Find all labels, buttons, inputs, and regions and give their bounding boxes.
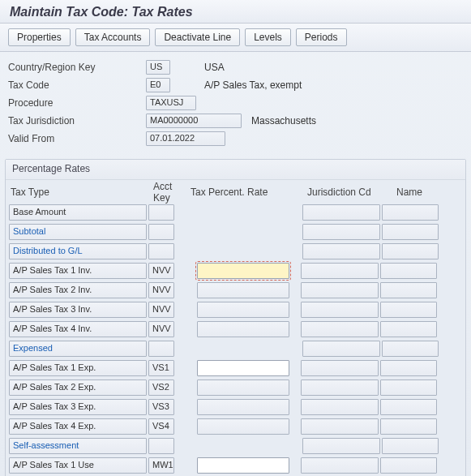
taxjur-label: Tax Jurisdiction bbox=[8, 115, 146, 127]
levels-button[interactable]: Levels bbox=[245, 28, 291, 46]
col-name: Name bbox=[396, 187, 453, 198]
tax-rate-cell bbox=[197, 282, 289, 298]
procedure-field[interactable]: TAXUSJ bbox=[146, 96, 196, 110]
tax-type-cell[interactable]: Self-assessment bbox=[9, 438, 147, 454]
table-row: Expensed bbox=[9, 339, 462, 358]
tax-rate-cell bbox=[197, 321, 289, 337]
acct-key-cell: NVV bbox=[148, 282, 174, 298]
taxcode-label: Tax Code bbox=[8, 79, 146, 91]
header-form: Country/Region Key US USA Tax Code E0 A/… bbox=[0, 52, 471, 156]
tax-type-cell: A/P Sales Tax 2 Exp. bbox=[9, 380, 147, 396]
periods-button[interactable]: Periods bbox=[296, 28, 347, 46]
country-desc: USA bbox=[204, 62, 225, 73]
jurisdiction-cell bbox=[301, 302, 379, 318]
table-row: Subtotal bbox=[9, 222, 462, 242]
acct-key-cell bbox=[148, 243, 174, 259]
table-row: A/P Sales Tax 4 Inv.NVV bbox=[9, 319, 462, 339]
table-row: A/P Sales Tax 2 Inv.NVV bbox=[9, 281, 462, 300]
rates-grid: Tax Type Acct Key Tax Percent. Rate Juri… bbox=[6, 180, 465, 476]
acct-key-cell: VS3 bbox=[148, 399, 174, 415]
table-row: Distributed to G/L bbox=[9, 242, 462, 261]
name-cell bbox=[382, 224, 439, 240]
tax-type-cell: A/P Sales Tax 2 Inv. bbox=[9, 282, 147, 298]
tax-rate-cell bbox=[197, 399, 289, 415]
procedure-label: Procedure bbox=[8, 97, 146, 109]
acct-key-cell bbox=[148, 438, 174, 454]
tax-rate-cell[interactable] bbox=[197, 360, 289, 376]
jurisdiction-cell bbox=[301, 457, 379, 474]
tax-type-cell: A/P Sales Tax 1 Use bbox=[9, 457, 147, 474]
tax-type-cell[interactable]: Expensed bbox=[9, 341, 147, 357]
name-cell bbox=[380, 418, 437, 435]
acct-key-cell bbox=[148, 341, 174, 357]
col-tax-type: Tax Type bbox=[9, 187, 153, 198]
tax-type-cell[interactable]: Distributed to G/L bbox=[9, 243, 147, 259]
name-cell bbox=[380, 380, 437, 396]
validfrom-label: Valid From bbox=[8, 133, 146, 144]
jurisdiction-cell bbox=[301, 321, 379, 337]
name-cell bbox=[382, 204, 439, 221]
name-cell bbox=[380, 321, 437, 337]
toolbar: Properties Tax Accounts Deactivate Line … bbox=[0, 24, 471, 52]
name-cell bbox=[380, 282, 437, 298]
acct-key-cell: VS4 bbox=[148, 418, 174, 435]
tax-accounts-button[interactable]: Tax Accounts bbox=[75, 28, 151, 46]
table-row: A/P Sales Tax 3 Inv.NVV bbox=[9, 300, 462, 319]
name-cell bbox=[380, 457, 437, 474]
taxcode-desc: A/P Sales Tax, exempt bbox=[204, 79, 302, 91]
taxjur-desc: Massachusetts bbox=[251, 115, 316, 127]
col-acct-key: Acct Key bbox=[153, 181, 191, 204]
table-row: A/P Sales Tax 3 Exp.VS3 bbox=[9, 397, 462, 417]
tax-type-cell: A/P Sales Tax 4 Inv. bbox=[9, 321, 147, 337]
window: Maintain Tax Code: Tax Rates Properties … bbox=[0, 0, 471, 476]
acct-key-cell: MW1 bbox=[148, 457, 174, 474]
tax-rate-cell[interactable] bbox=[197, 457, 289, 474]
table-row: Base Amount bbox=[9, 203, 462, 222]
acct-key-cell: NVV bbox=[148, 263, 174, 279]
jurisdiction-cell bbox=[301, 263, 379, 279]
page-title: Maintain Tax Code: Tax Rates bbox=[0, 0, 471, 24]
col-jur: Jurisdiction Cd bbox=[307, 187, 396, 198]
name-cell bbox=[380, 263, 437, 279]
table-row: Self-assessment bbox=[9, 436, 462, 456]
jurisdiction-cell bbox=[302, 224, 380, 240]
name-cell bbox=[382, 438, 439, 454]
tax-type-cell: Base Amount bbox=[9, 204, 147, 221]
deactivate-line-button[interactable]: Deactivate Line bbox=[155, 28, 240, 46]
tax-type-cell: A/P Sales Tax 3 Exp. bbox=[9, 399, 147, 415]
jurisdiction-cell bbox=[302, 204, 380, 221]
tax-type-cell[interactable]: Subtotal bbox=[9, 224, 147, 240]
tax-type-cell: A/P Sales Tax 1 Exp. bbox=[9, 360, 147, 376]
acct-key-cell bbox=[148, 224, 174, 240]
table-row: A/P Sales Tax 2 Exp.VS2 bbox=[9, 378, 462, 397]
name-cell bbox=[380, 360, 437, 376]
tax-type-cell: A/P Sales Tax 4 Exp. bbox=[9, 418, 147, 435]
tax-rate-cell[interactable] bbox=[197, 263, 289, 279]
acct-key-cell: VS1 bbox=[148, 360, 174, 376]
taxcode-field[interactable]: E0 bbox=[146, 78, 170, 92]
properties-button[interactable]: Properties bbox=[8, 28, 71, 46]
jurisdiction-cell bbox=[301, 418, 379, 435]
table-row: A/P Sales Tax 4 Exp.VS4 bbox=[9, 417, 462, 436]
tax-rate-cell bbox=[197, 418, 289, 435]
acct-key-cell: NVV bbox=[148, 321, 174, 337]
taxjur-field[interactable]: MA0000000 bbox=[146, 114, 242, 128]
jurisdiction-cell bbox=[301, 282, 379, 298]
validfrom-field[interactable]: 07.01.2022 bbox=[146, 131, 225, 146]
name-cell bbox=[382, 243, 439, 259]
jurisdiction-cell bbox=[302, 341, 380, 357]
tax-type-cell: A/P Sales Tax 3 Inv. bbox=[9, 302, 147, 318]
col-rate: Tax Percent. Rate bbox=[191, 187, 307, 198]
tax-rate-cell bbox=[197, 302, 289, 318]
table-row: A/P Sales Tax 1 Exp.VS1 bbox=[9, 358, 462, 378]
acct-key-cell bbox=[148, 204, 174, 221]
tax-rate-cell bbox=[197, 380, 289, 396]
jurisdiction-cell bbox=[301, 380, 379, 396]
tax-type-cell: A/P Sales Tax 1 Inv. bbox=[9, 263, 147, 279]
acct-key-cell: VS2 bbox=[148, 380, 174, 396]
name-cell bbox=[380, 399, 437, 415]
jurisdiction-cell bbox=[302, 438, 380, 454]
jurisdiction-cell bbox=[301, 399, 379, 415]
country-field[interactable]: US bbox=[146, 60, 170, 75]
table-row: A/P Sales Tax 1 Inv.NVV bbox=[9, 261, 462, 281]
